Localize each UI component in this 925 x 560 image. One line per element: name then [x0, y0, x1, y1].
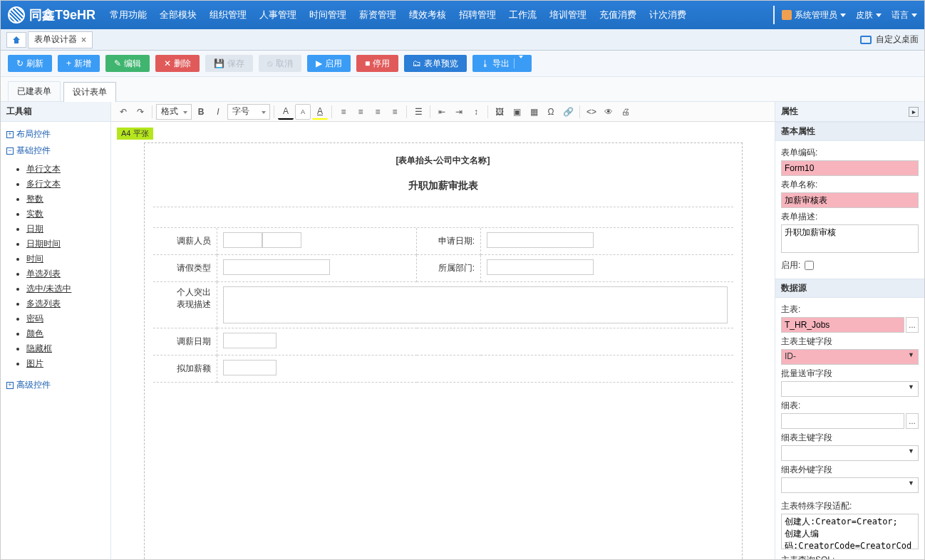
italic-button[interactable]: I	[210, 104, 226, 120]
align-center-button[interactable]: ≡	[353, 104, 368, 120]
form-page[interactable]: [表单抬头-公司中文名称] 升职加薪审批表 调薪人员 申请日期: 请假类型	[144, 142, 743, 559]
advanced-controls-header[interactable]: +高级控件	[6, 377, 105, 393]
tool-item[interactable]: 实数	[26, 207, 105, 222]
input-widget[interactable]	[262, 232, 301, 248]
main-table-input[interactable]	[781, 317, 904, 333]
field-cell[interactable]	[217, 282, 733, 328]
align-right-button[interactable]: ≡	[370, 104, 386, 120]
textarea-widget[interactable]	[223, 286, 728, 323]
nav-item[interactable]: 人事管理	[259, 9, 296, 21]
tool-item[interactable]: 时间	[26, 252, 105, 266]
nav-item[interactable]: 时间管理	[309, 9, 346, 21]
form-title[interactable]: 升职加薪审批表	[153, 170, 733, 207]
export-button[interactable]: ⭳ 导出	[472, 55, 532, 72]
table-picker-button[interactable]: …	[906, 413, 919, 429]
align-left-button[interactable]: ≡	[336, 104, 351, 120]
preview-button[interactable]: 🗂 表单预览	[404, 55, 467, 72]
batch-field-select[interactable]	[781, 381, 919, 397]
outdent-button[interactable]: ⇥	[451, 104, 467, 120]
preview-icon-button[interactable]: 👁	[601, 104, 616, 120]
format-select[interactable]: 格式	[156, 104, 192, 120]
form-code-input[interactable]	[781, 160, 919, 176]
highlight-button[interactable]: A	[312, 104, 328, 120]
align-justify-button[interactable]: ≡	[387, 104, 403, 120]
redo-button[interactable]: ↷	[133, 104, 148, 120]
enable-button[interactable]: ▶ 启用	[307, 55, 351, 72]
sub-table-input[interactable]	[781, 413, 904, 429]
print-button[interactable]: 🖨	[618, 104, 634, 120]
tool-item[interactable]: 颜色	[26, 326, 105, 341]
input-widget[interactable]	[487, 232, 594, 248]
line-height-button[interactable]: ↕	[468, 104, 484, 120]
nav-item[interactable]: 计次消费	[649, 9, 686, 21]
input-widget[interactable]	[223, 333, 277, 348]
field-cell[interactable]	[217, 356, 733, 383]
tool-item[interactable]: 选中/未选中	[26, 281, 105, 296]
input-widget[interactable]	[487, 259, 594, 275]
home-tab[interactable]	[6, 32, 26, 48]
input-widget[interactable]	[223, 360, 277, 375]
table-picker-button[interactable]: …	[906, 317, 919, 333]
custom-desktop-link[interactable]: 自定义桌面	[860, 33, 919, 46]
undo-button[interactable]: ↶	[115, 104, 131, 120]
delete-button[interactable]: ✕ 删除	[155, 55, 200, 72]
tool-item[interactable]: 整数	[26, 192, 105, 207]
sub-fk-select[interactable]	[781, 477, 919, 493]
indent-button[interactable]: ⇤	[434, 104, 450, 120]
disable-button[interactable]: ■ 停用	[356, 55, 398, 72]
bold-button[interactable]: B	[193, 104, 209, 120]
field-cell[interactable]	[481, 228, 733, 255]
form-header[interactable]: [表单抬头-公司中文名称]	[153, 152, 733, 170]
edit-button[interactable]: ✎ 编辑	[105, 55, 150, 72]
nav-item[interactable]: 培训管理	[549, 9, 586, 21]
video-button[interactable]: ▣	[509, 104, 524, 120]
tool-item[interactable]: 隐藏框	[26, 341, 105, 356]
fontsize-select[interactable]: 字号	[227, 104, 270, 120]
list-button[interactable]: ☰	[410, 104, 426, 120]
input-widget[interactable]	[223, 259, 330, 275]
tool-item[interactable]: 图片	[26, 356, 105, 371]
image-button[interactable]: 🖼	[492, 104, 507, 120]
tool-item[interactable]: 日期时间	[26, 237, 105, 252]
skin-menu[interactable]: 皮肤	[856, 9, 882, 21]
nav-item[interactable]: 常用功能	[110, 9, 147, 21]
basic-controls-header[interactable]: −基础控件	[6, 142, 105, 159]
refresh-button[interactable]: ↻ 刷新	[8, 55, 52, 72]
tool-item[interactable]: 密码	[26, 311, 105, 326]
nav-item[interactable]: 充值消费	[599, 9, 636, 21]
code-button[interactable]: <>	[584, 104, 599, 120]
enable-checkbox[interactable]	[805, 261, 814, 270]
form-desc-textarea[interactable]: 升职加薪审核	[781, 224, 919, 253]
nav-item[interactable]: 招聘管理	[459, 9, 496, 21]
lang-menu[interactable]: 语言	[892, 9, 917, 21]
spec-fields-textarea[interactable]: 创建人:Creator=Creator; 创建人编码:CreatorCode=C…	[781, 514, 919, 549]
nav-item[interactable]: 绩效考核	[409, 9, 446, 21]
field-cell[interactable]	[217, 255, 417, 282]
field-cell[interactable]	[217, 328, 733, 356]
tool-item[interactable]: 日期	[26, 222, 105, 237]
nav-item[interactable]: 组织管理	[210, 9, 247, 21]
tool-item[interactable]: 单行文本	[26, 162, 105, 177]
nav-item[interactable]: 工作流	[509, 9, 537, 21]
input-widget[interactable]	[223, 232, 262, 248]
sub-key-select[interactable]	[781, 445, 919, 461]
tool-item[interactable]: 单选列表	[26, 266, 105, 281]
tool-item[interactable]: 多行文本	[26, 177, 105, 192]
layout-controls-header[interactable]: +布局控件	[6, 126, 105, 142]
field-cell[interactable]	[481, 255, 733, 282]
bg-color-button[interactable]: A	[295, 104, 311, 120]
table-button[interactable]: ▦	[526, 104, 542, 120]
nav-item[interactable]: 全部模块	[160, 9, 197, 21]
nav-item[interactable]: 薪资管理	[359, 9, 396, 21]
tab-design-form[interactable]: 设计表单	[63, 82, 116, 102]
form-name-input[interactable]	[781, 192, 919, 208]
link-button[interactable]: Ω	[543, 104, 559, 120]
anchor-button[interactable]: 🔗	[560, 104, 576, 120]
collapse-panel-button[interactable]: ▸	[909, 107, 919, 117]
user-menu[interactable]: 系统管理员	[782, 9, 846, 21]
design-canvas[interactable]: A4 平张 [表单抬头-公司中文名称] 升职加薪审批表 调薪人员 申请日期:	[111, 122, 775, 559]
font-color-button[interactable]: A	[278, 104, 294, 120]
add-button[interactable]: + 新增	[58, 55, 100, 72]
main-key-select[interactable]: ID-	[781, 349, 919, 365]
tool-item[interactable]: 多选列表	[26, 296, 105, 311]
